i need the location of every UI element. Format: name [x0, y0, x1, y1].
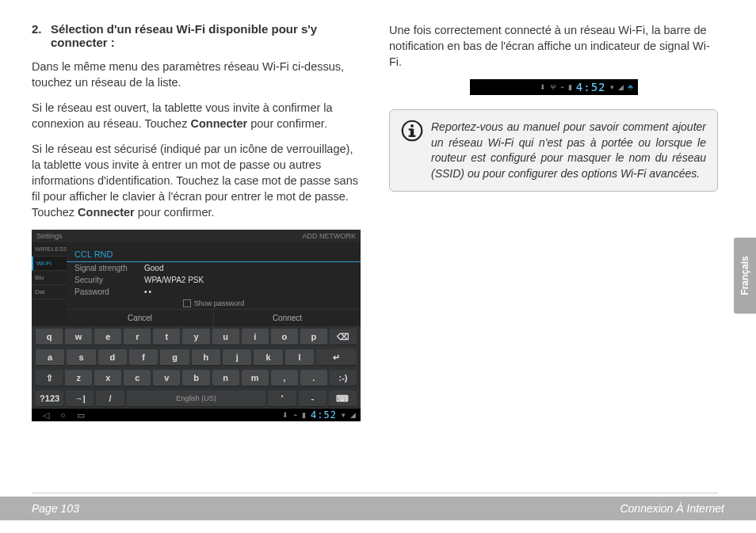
debug-icon: ⌁ — [293, 411, 297, 419]
key-l[interactable]: l — [285, 349, 314, 365]
key-⌨[interactable]: ⌨ — [329, 390, 357, 406]
add-network-label: ADD NETWORK — [303, 232, 357, 240]
key-p[interactable]: p — [300, 329, 327, 345]
key-g[interactable]: g — [160, 349, 189, 365]
p2-c: pour confirmer. — [247, 117, 327, 130]
chapter-title: Connexion À Internet — [620, 502, 724, 515]
show-password-label: Show password — [194, 299, 245, 307]
back-icon[interactable]: ◁ — [43, 410, 49, 421]
signal-icon: ◢ — [350, 411, 356, 419]
key-↵[interactable]: ↵ — [316, 349, 357, 365]
wifi-icon: ▾ — [342, 411, 346, 419]
language-tab-label: Français — [739, 256, 750, 295]
battery-icon: ▮ — [302, 411, 306, 419]
signal-icon: ◢ — [618, 83, 624, 91]
key-y[interactable]: y — [182, 329, 209, 345]
key-s[interactable]: s — [67, 349, 95, 365]
android-status-bar: ◁ ○ ▭ ⬇ ⌁ ▮ 4:52 ▾ ◢ — [32, 409, 361, 421]
key-h[interactable]: h — [192, 349, 220, 365]
key-→|[interactable]: →| — [66, 390, 94, 406]
key-v[interactable]: v — [153, 370, 180, 386]
info-icon — [401, 120, 423, 142]
section-heading: 2. Sélection d'un réseau Wi-Fi disponibl… — [32, 22, 361, 49]
key-j[interactable]: j — [223, 349, 251, 365]
recent-icon[interactable]: ▭ — [77, 410, 85, 421]
security-value: WPA/WPA2 PSK — [144, 276, 204, 284]
p3-bold: Connecter — [78, 206, 135, 219]
status-bar-closeup: ⬇ Ψ ⌁ ▮ 4:52 ▾ ◢ ⬘ — [470, 79, 638, 95]
signal-label: Signal strength — [74, 264, 144, 272]
key-e[interactable]: e — [94, 329, 121, 345]
paragraph-2: Si le réseau est ouvert, la tablette vou… — [32, 100, 361, 131]
password-label: Password — [74, 287, 144, 296]
show-password-checkbox[interactable]: Show password — [67, 298, 361, 309]
right-paragraph: Une fois correctement connecté à un rése… — [389, 22, 718, 70]
key-b[interactable]: b — [182, 370, 209, 386]
signal-value: Good — [144, 264, 163, 272]
key-x[interactable]: x — [94, 370, 121, 386]
footer-rule — [32, 493, 718, 493]
key-english (us)[interactable]: English (US) — [127, 390, 266, 406]
svg-rect-4 — [409, 135, 416, 137]
key-q[interactable]: q — [36, 329, 63, 345]
key-z[interactable]: z — [65, 370, 92, 386]
connect-button[interactable]: Connect — [214, 310, 361, 326]
key-n[interactable]: n — [212, 370, 239, 386]
key-t[interactable]: t — [153, 329, 180, 345]
key-⇧[interactable]: ⇧ — [36, 370, 63, 386]
info-text: Reportez-vous au manuel pour savoir comm… — [431, 120, 706, 181]
bt-icon: ⬘ — [628, 83, 633, 91]
paragraph-1: Dans le même menu des paramètres réseau … — [32, 59, 361, 90]
key-w[interactable]: w — [65, 329, 92, 345]
key-d[interactable]: d — [98, 349, 127, 365]
section-title: Sélection d'un réseau Wi-Fi disponible p… — [51, 22, 361, 49]
cancel-button[interactable]: Cancel — [67, 310, 214, 326]
battery-icon: ▮ — [568, 83, 572, 91]
paragraph-3: Si le réseau est sécurisé (indiqué par u… — [32, 141, 361, 220]
settings-label: Settings — [36, 232, 63, 240]
side-bt[interactable]: Blu — [32, 271, 67, 285]
side-wifi[interactable]: Wi-Fi — [32, 257, 67, 271]
key-a[interactable]: a — [36, 349, 64, 365]
key-'[interactable]: ' — [268, 390, 296, 406]
onscreen-keyboard[interactable]: qwertyuiop⌫ asdfghjkl↵ ⇧zxcvbnm,.:-) ?12… — [32, 326, 361, 409]
language-tab[interactable]: Français — [734, 238, 756, 314]
page-number: Page 103 — [32, 502, 79, 515]
side-header: WIRELESS — [32, 242, 67, 257]
key-i[interactable]: i — [242, 329, 269, 345]
key-,[interactable]: , — [271, 370, 298, 386]
key-:-)[interactable]: :-) — [330, 370, 357, 386]
key-/[interactable]: / — [96, 390, 124, 406]
info-callout: Reportez-vous au manuel pour savoir comm… — [389, 109, 718, 192]
key-k[interactable]: k — [254, 349, 282, 365]
status-time: 4:52 — [311, 409, 337, 421]
password-field[interactable]: •• — [144, 287, 153, 296]
svg-point-1 — [410, 124, 414, 128]
wifi-dialog-screenshot: Settings ADD NETWORK WIRELESS Wi-Fi Blu … — [32, 230, 361, 421]
key-r[interactable]: r — [124, 329, 151, 345]
dialog-ssid: CCL RND — [67, 247, 361, 262]
usb2-icon: Ψ — [550, 83, 556, 91]
key-f[interactable]: f — [129, 349, 158, 365]
key-o[interactable]: o — [271, 329, 298, 345]
p2-bold: Connecter — [190, 117, 247, 130]
checkbox-icon — [183, 299, 191, 307]
home-icon[interactable]: ○ — [60, 410, 66, 421]
usb-icon: ⬇ — [282, 411, 288, 419]
key-m[interactable]: m — [242, 370, 269, 386]
section-number: 2. — [32, 22, 46, 49]
p3-c: pour confirmer. — [135, 206, 215, 219]
side-data[interactable]: Dat — [32, 285, 67, 299]
key-c[interactable]: c — [124, 370, 151, 386]
usb-icon: ⬇ — [540, 83, 546, 91]
key-⌫[interactable]: ⌫ — [330, 329, 357, 345]
page-footer: Page 103 Connexion À Internet — [0, 497, 756, 520]
svg-rect-3 — [409, 128, 412, 130]
closeup-time: 4:52 — [576, 81, 606, 93]
key-u[interactable]: u — [212, 329, 239, 345]
security-label: Security — [74, 276, 144, 284]
key-.[interactable]: . — [300, 370, 327, 386]
key--[interactable]: - — [299, 390, 326, 406]
wifi-icon: ▾ — [610, 83, 614, 91]
key-?123[interactable]: ?123 — [36, 390, 63, 406]
